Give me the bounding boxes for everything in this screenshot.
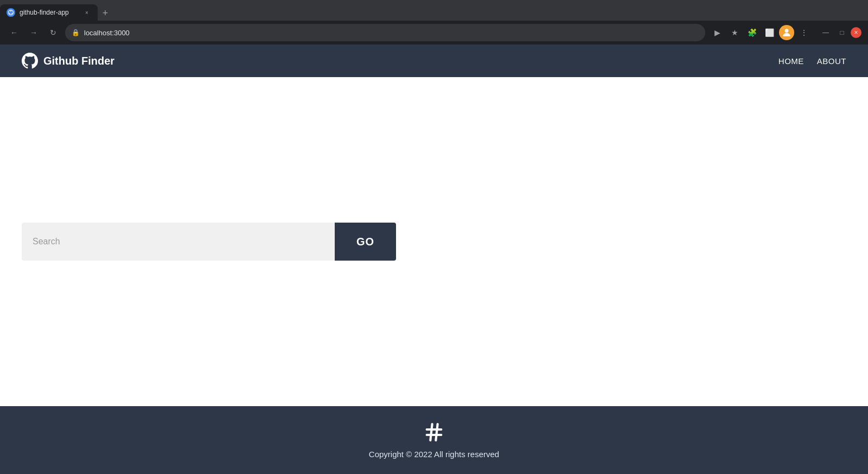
browser-controls: ← → ↻ 🔒 localhost:3000 ▶ ★ 🧩 ⬜ ⋮ — □ × <box>0 21 868 45</box>
navbar: Github Finder HOME ABOUT <box>0 45 868 77</box>
cast-button[interactable]: ▶ <box>710 25 725 40</box>
maximize-button[interactable]: □ <box>834 25 850 40</box>
footer-copyright: Copyright © 2022 All rights reserved <box>369 450 499 459</box>
address-bar[interactable]: 🔒 localhost:3000 <box>65 24 705 41</box>
browser-chrome: github-finder-app × + ← → ↻ 🔒 localhost:… <box>0 0 868 45</box>
app-wrapper: Github Finder HOME ABOUT GO Copyright © … <box>0 45 868 474</box>
nav-about[interactable]: ABOUT <box>817 56 846 66</box>
back-button[interactable]: ← <box>7 25 22 40</box>
forward-button[interactable]: → <box>26 25 41 40</box>
svg-point-2 <box>11 13 12 14</box>
go-button[interactable]: GO <box>335 223 396 261</box>
tab-close-button[interactable]: × <box>82 8 91 17</box>
footer: Copyright © 2022 All rights reserved <box>0 406 868 474</box>
nav-home[interactable]: HOME <box>778 56 804 66</box>
svg-point-4 <box>785 29 789 33</box>
menu-button[interactable]: ⋮ <box>796 25 812 40</box>
github-logo-icon <box>22 53 38 69</box>
profile-button[interactable] <box>779 25 794 40</box>
search-input[interactable] <box>22 223 335 261</box>
url-text: localhost:3000 <box>84 29 130 37</box>
tab-favicon <box>7 8 15 17</box>
main-content: GO <box>0 77 868 406</box>
tab-search-button[interactable]: ⬜ <box>762 25 777 40</box>
window-controls: — □ × <box>818 25 861 40</box>
brand-text: Github Finder <box>43 55 114 67</box>
search-form[interactable]: GO <box>22 223 396 261</box>
bookmark-button[interactable]: ★ <box>727 25 742 40</box>
navbar-nav: HOME ABOUT <box>778 56 846 66</box>
reload-button[interactable]: ↻ <box>46 25 61 40</box>
hashtag-icon <box>423 421 445 443</box>
close-window-button[interactable]: × <box>851 27 861 38</box>
extensions-button[interactable]: 🧩 <box>744 25 760 40</box>
browser-tab-active[interactable]: github-finder-app × <box>0 4 98 21</box>
browser-actions: ▶ ★ 🧩 ⬜ ⋮ <box>710 25 812 40</box>
lock-icon: 🔒 <box>72 29 80 36</box>
minimize-button[interactable]: — <box>818 25 833 40</box>
new-tab-button[interactable]: + <box>98 5 113 21</box>
browser-tabs: github-finder-app × + <box>0 0 868 21</box>
tab-title: github-finder-app <box>20 9 78 16</box>
navbar-brand[interactable]: Github Finder <box>22 53 114 69</box>
svg-point-1 <box>10 11 11 12</box>
svg-point-3 <box>9 13 10 14</box>
